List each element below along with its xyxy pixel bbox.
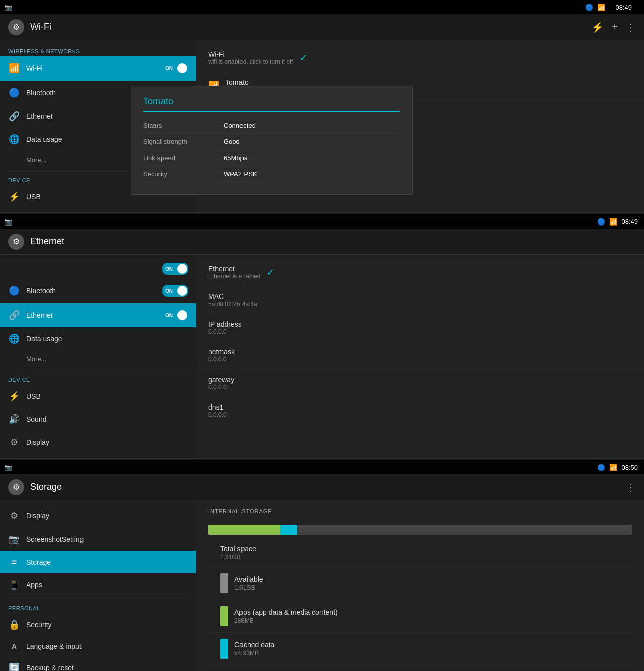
- tomato-title: Tomato: [225, 78, 255, 86]
- storage-total-sub: 1.91GB: [220, 554, 256, 561]
- storage-icon-s3: ≡: [8, 557, 20, 567]
- wifi-check-icon: ✓: [299, 52, 308, 64]
- storage-bar: [208, 525, 632, 535]
- app-icon-wifi: ⚙: [8, 19, 24, 35]
- display-icon-s2: ⚙: [8, 437, 20, 448]
- netmask-title: netmask: [208, 348, 235, 356]
- sidebar-2: ON 🔵 Bluetooth ON 🔗 Ethernet ON: [0, 255, 196, 458]
- sidebar-item-bluetooth-s2[interactable]: 🔵 Bluetooth ON: [0, 279, 196, 303]
- ethernet-enabled-title: Ethernet: [208, 265, 260, 273]
- dns1-info: dns1 0.0.0.0: [208, 403, 227, 418]
- ethernet-toggle-s2[interactable]: ON: [162, 309, 188, 321]
- bluetooth-toggle-knob-s2: [177, 286, 187, 296]
- gateway-title: gateway: [208, 376, 234, 384]
- storage-apps-sub: 288MB: [234, 617, 338, 624]
- ethernet-enabled-row[interactable]: Ethernet Ethernet is enabled ✓: [196, 259, 644, 286]
- flash-button[interactable]: ⚡: [591, 21, 604, 33]
- popup-security-label: Security: [143, 170, 224, 178]
- wifi-status-icon: 📶: [597, 4, 605, 11]
- section-label-wireless: WIRELESS & NETWORKS: [0, 44, 196, 56]
- wifi-enabled-row[interactable]: Wi-Fi wifi is enabled, click to turn it …: [196, 44, 644, 72]
- sidebar-item-apps-s3[interactable]: 📱 Apps: [0, 573, 196, 597]
- app-icon-ethernet: ⚙: [8, 234, 24, 250]
- sidebar-item-backup-s3[interactable]: 🔄 Backup & reset: [0, 656, 196, 671]
- storage-available-row: Available 1.61GB: [208, 567, 632, 600]
- sidebar-more-s2[interactable]: More...: [0, 350, 196, 368]
- panel-2: ON 🔵 Bluetooth ON 🔗 Ethernet ON: [0, 255, 644, 459]
- backup-icon-s3: 🔄: [8, 662, 20, 671]
- sidebar-storage-label-s3: Storage: [26, 558, 188, 566]
- status-time-2: 08:49: [621, 218, 638, 226]
- storage-available-info: Available 1.61GB: [234, 575, 263, 591]
- sidebar-item-usb-s2[interactable]: ⚡ USB: [0, 385, 196, 408]
- internal-storage-label: INTERNAL STORAGE: [208, 508, 632, 520]
- popup-row-status: Status Connected: [143, 118, 400, 134]
- storage-cached-row: Cached data 54.93MB: [208, 633, 632, 665]
- sidebar-item-display-s3[interactable]: ⚙ Display: [0, 504, 196, 528]
- menu-button-1[interactable]: ⋮: [626, 21, 636, 33]
- wifi-toggle[interactable]: ON: [162, 62, 188, 74]
- datausage-icon-s1: 🌐: [8, 134, 20, 145]
- sound-icon-s2: 🔊: [8, 414, 20, 425]
- dns1-sub: 0.0.0.0: [208, 411, 227, 418]
- topbar-2: ⚙ Ethernet: [0, 229, 644, 255]
- page-title-3: Storage: [30, 482, 626, 492]
- gateway-sub: 0.0.0.0: [208, 384, 234, 391]
- dns1-title: dns1: [208, 403, 227, 411]
- netmask-row: netmask 0.0.0.0: [196, 342, 644, 369]
- sidebar-sound-label-s2: Sound: [26, 415, 188, 423]
- sidebar-item-sound-s2[interactable]: 🔊 Sound: [0, 408, 196, 431]
- sidebar-item-datausage-s2[interactable]: 🌐 Data usage: [0, 327, 196, 350]
- storage-available-title: Available: [234, 575, 263, 583]
- security-icon-s3: 🔒: [8, 619, 20, 630]
- popup-status-value: Connected: [224, 122, 256, 129]
- bluetooth-status-icon: 🔵: [585, 4, 593, 11]
- sidebar-display-label-s2: Display: [26, 438, 188, 446]
- menu-button-3[interactable]: ⋮: [626, 481, 636, 493]
- popup-signal-value: Good: [224, 138, 240, 145]
- sidebar-usb-label-s2: USB: [26, 392, 188, 400]
- ethernet-toggle-knob-s2: [177, 310, 187, 320]
- storage-apps-title: Apps (app data & media content): [234, 608, 338, 616]
- mac-info: MAC 5a:d0:02:2b:4a:4a: [208, 292, 257, 308]
- popup-linkspeed-label: Link speed: [143, 154, 224, 162]
- add-button[interactable]: +: [612, 21, 618, 33]
- sidebar-item-wifi[interactable]: 📶 Wi-Fi ON: [0, 56, 196, 81]
- sidebar-wifi-label: Wi-Fi: [26, 64, 156, 72]
- sidebar-item-security-s3[interactable]: 🔒 Security: [0, 613, 196, 636]
- sidebar-item-ethernet-s2[interactable]: 🔗 Ethernet ON: [0, 303, 196, 327]
- sidebar-security-label-s3: Security: [26, 621, 188, 629]
- panel-3: ⚙ Display 📷 ScreenshotSetting ≡ Storage …: [0, 500, 644, 671]
- popup-row-security: Security WPA2 PSK: [143, 166, 400, 182]
- status-time-3: 08:50: [621, 464, 638, 471]
- apps-icon-s3: 📱: [8, 579, 20, 590]
- sidebar-item-language-s3[interactable]: A Language & input: [0, 636, 196, 656]
- ethernet-enabled-sub: Ethernet is enabled: [208, 273, 260, 280]
- sidebar-item-display-s2[interactable]: ⚙ Display: [0, 431, 196, 454]
- wifi-enabled-sub: wifi is enabled, click to turn it off: [208, 58, 293, 65]
- ethernet-main-content: Ethernet Ethernet is enabled ✓ MAC 5a:d0…: [196, 255, 644, 458]
- sidebar-screenshot-label-s3: ScreenshotSetting: [26, 535, 188, 543]
- dns1-row: dns1 0.0.0.0: [196, 397, 644, 425]
- screen1-wifi: 📷 🔵 📶 08:49 ⚙ Wi-Fi ⚡ + ⋮ WIRELESS & NET…: [0, 0, 644, 213]
- sidebar-item-storage-s3[interactable]: ≡ Storage: [0, 551, 196, 573]
- sidebar-item-screenshot-s3[interactable]: 📷 ScreenshotSetting: [0, 528, 196, 551]
- bluetooth-toggle-s2[interactable]: ON: [162, 285, 188, 297]
- section-label-device-s2: DEVICE: [0, 372, 196, 385]
- wifi-popup: Tomato Status Connected Signal strength …: [131, 86, 413, 195]
- storage-cached-title: Cached data: [234, 641, 274, 649]
- sidebar-language-label-s3: Language & input: [26, 642, 188, 650]
- sidebar-item-wifi-s2-toggle[interactable]: ON: [0, 259, 196, 279]
- wifi-toggle-s2[interactable]: ON: [162, 263, 188, 275]
- sidebar-datausage-label-s2: Data usage: [26, 335, 188, 343]
- topbar-1: ⚙ Wi-Fi ⚡ + ⋮: [0, 14, 644, 40]
- screen2-ethernet: 📷 🔵 📶 08:49 ⚙ Ethernet ON 🔵 Bluetooth: [0, 214, 644, 459]
- sidebar-bluetooth-label-s2: Bluetooth: [26, 287, 156, 295]
- section-label-personal-s3: PERSONAL: [0, 601, 196, 613]
- bluetooth-icon: 🔵: [8, 87, 20, 98]
- display-icon-s3: ⚙: [8, 510, 20, 521]
- page-title-1: Wi-Fi: [30, 22, 591, 32]
- netmask-info: netmask 0.0.0.0: [208, 348, 235, 363]
- bluetooth-status-icon-3: 🔵: [597, 464, 605, 471]
- storage-total-row: Total space 1.91GB: [208, 539, 632, 567]
